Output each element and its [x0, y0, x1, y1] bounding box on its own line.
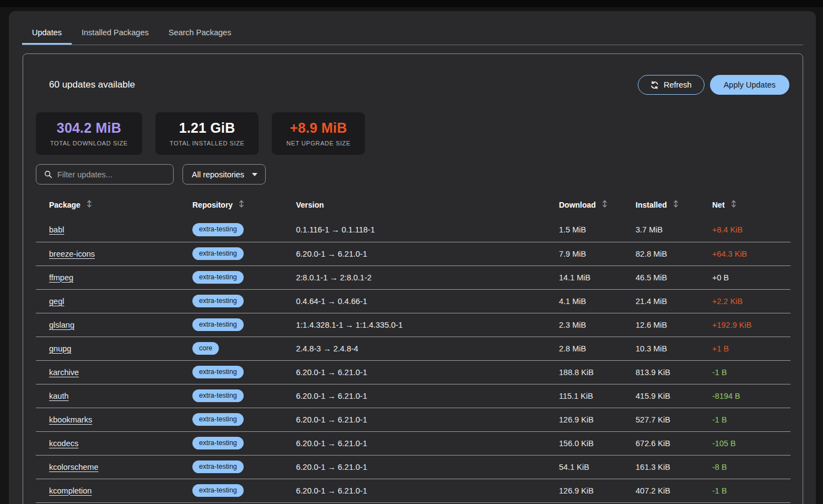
cell-net: +1 B: [712, 344, 729, 353]
updates-count-title: 60 updates available: [49, 79, 135, 90]
cell-version: 6.20.0-1 → 6.21.0-1: [296, 415, 367, 424]
column-header-package[interactable]: Package: [36, 198, 192, 218]
cell-download: 54.1 KiB: [559, 463, 589, 472]
column-header-download[interactable]: Download: [559, 198, 636, 218]
tab-search-packages[interactable]: Search Packages: [159, 21, 241, 45]
repository-badge: core: [192, 342, 219, 355]
package-link[interactable]: babl: [49, 225, 64, 234]
repository-filter-dropdown[interactable]: All repositories: [182, 164, 266, 185]
cell-version: 6.20.0-1 → 6.21.0-1: [296, 250, 367, 258]
repository-badge: extra-testing: [192, 223, 244, 236]
stat-total-installed-label: TOTAL INSTALLED SIZE: [170, 140, 245, 147]
updates-table-body: bablextra-testing0.1.116-1 → 0.1.118-11.…: [36, 218, 790, 502]
repository-badge: extra-testing: [192, 437, 244, 450]
cell-net: -8 B: [712, 463, 727, 472]
package-link[interactable]: kauth: [49, 392, 68, 400]
table-row: karchiveextra-testing6.20.0-1 → 6.21.0-1…: [36, 360, 790, 384]
cell-net: +2.2 KiB: [712, 297, 743, 306]
column-header-download-label: Download: [559, 200, 596, 209]
refresh-button[interactable]: Refresh: [638, 75, 704, 95]
cell-download: 126.9 KiB: [559, 415, 594, 424]
table-row: kbookmarksextra-testing6.20.0-1 → 6.21.0…: [36, 408, 790, 431]
tab-installed-packages-label: Installed Packages: [82, 28, 149, 37]
cell-net: -1 B: [712, 486, 727, 495]
package-link[interactable]: kcodecs: [49, 439, 78, 448]
chevron-down-icon: [252, 173, 257, 176]
repository-badge: extra-testing: [192, 318, 244, 332]
stat-net-upgrade-value: +8.9 MiB: [290, 120, 347, 136]
cell-version: 6.20.0-1 → 6.21.0-1: [296, 392, 367, 400]
cell-installed: 415.9 KiB: [636, 392, 670, 400]
sort-icon: [87, 200, 92, 209]
cell-download: 2.8 MiB: [559, 344, 586, 353]
column-header-repository[interactable]: Repository: [192, 198, 296, 218]
column-header-net-label: Net: [712, 200, 725, 209]
cell-installed: 407.2 KiB: [636, 486, 670, 495]
cell-version: 6.20.0-1 → 6.21.0-1: [296, 463, 367, 472]
column-header-version-label: Version: [296, 200, 324, 209]
cell-version: 0.1.116-1 → 0.1.118-1: [296, 225, 375, 234]
cell-download: 7.9 MiB: [559, 250, 586, 258]
cell-version: 6.20.0-1 → 6.21.0-1: [296, 486, 367, 495]
package-link[interactable]: gegl: [49, 297, 64, 306]
column-header-repository-label: Repository: [192, 200, 233, 209]
card-header: 60 updates available Refresh Apply Updat…: [23, 54, 803, 95]
repository-badge: extra-testing: [192, 271, 244, 284]
package-link[interactable]: kcolorscheme: [49, 463, 98, 472]
cell-net: -1 B: [712, 415, 727, 424]
cell-installed: 12.6 MiB: [636, 321, 667, 329]
tab-installed-packages[interactable]: Installed Packages: [72, 21, 159, 45]
package-link[interactable]: ffmpeg: [49, 273, 73, 282]
top-bar: [0, 0, 823, 7]
cell-net: -105 B: [712, 439, 736, 448]
stat-net-upgrade-size: +8.9 MiB NET UPGRADE SIZE: [272, 112, 364, 155]
apply-updates-button[interactable]: Apply Updates: [710, 75, 789, 95]
cell-net: -8194 B: [712, 392, 740, 400]
package-link[interactable]: kbookmarks: [49, 415, 92, 424]
header-actions: Refresh Apply Updates: [638, 75, 789, 95]
cell-installed: 672.6 KiB: [636, 439, 670, 448]
package-link[interactable]: karchive: [49, 368, 79, 377]
package-link[interactable]: glslang: [49, 321, 74, 329]
repository-badge: extra-testing: [192, 389, 244, 403]
stats-row: 304.2 MiB TOTAL DOWNLOAD SIZE 1.21 GiB T…: [36, 112, 803, 155]
repository-badge: extra-testing: [192, 460, 244, 474]
package-link[interactable]: gnupg: [49, 344, 71, 353]
cell-installed: 527.7 KiB: [636, 415, 670, 424]
cell-installed: 813.9 KiB: [636, 368, 670, 377]
sort-icon: [239, 200, 244, 209]
cell-version: 2:8.0.1-1 → 2:8.0.1-2: [296, 273, 372, 282]
stat-total-download-label: TOTAL DOWNLOAD SIZE: [50, 140, 128, 147]
cell-net: +192.9 KiB: [712, 321, 751, 329]
tab-bar: Updates Installed Packages Search Packag…: [22, 22, 803, 45]
refresh-icon: [650, 81, 659, 89]
tab-updates[interactable]: Updates: [22, 21, 72, 45]
stat-net-upgrade-label: NET UPGRADE SIZE: [286, 140, 350, 147]
cell-version: 2.4.8-3 → 2.4.8-4: [296, 344, 358, 353]
cell-download: 115.1 KiB: [559, 392, 593, 400]
table-row: breeze-iconsextra-testing6.20.0-1 → 6.21…: [36, 242, 790, 265]
cell-download: 4.1 MiB: [559, 297, 586, 306]
filter-input[interactable]: [57, 170, 166, 179]
repository-badge: extra-testing: [192, 247, 244, 261]
filter-input-wrapper: [36, 164, 174, 185]
cell-version: 6.20.0-1 → 6.21.0-1: [296, 439, 367, 448]
cell-download: 2.3 MiB: [559, 321, 586, 329]
tab-updates-label: Updates: [32, 28, 62, 37]
stat-total-installed-value: 1.21 GiB: [179, 120, 235, 136]
package-link[interactable]: kcompletion: [49, 486, 92, 495]
cell-installed: 21.4 MiB: [636, 297, 667, 306]
updates-table: Package Repository Version Download Inst…: [36, 198, 790, 503]
cell-installed: 10.3 MiB: [636, 344, 667, 353]
table-row: geglextra-testing0.4.64-1 → 0.4.66-14.1 …: [36, 289, 790, 313]
cell-net: +64.3 KiB: [712, 250, 747, 258]
column-header-net[interactable]: Net: [712, 198, 790, 218]
sort-icon: [731, 200, 736, 209]
package-link[interactable]: breeze-icons: [49, 250, 95, 258]
filter-row: All repositories: [36, 164, 803, 185]
repository-filter-value: All repositories: [192, 170, 244, 179]
cell-download: 126.9 KiB: [559, 486, 594, 495]
column-header-installed[interactable]: Installed: [636, 198, 712, 218]
table-row: kcodecsextra-testing6.20.0-1 → 6.21.0-11…: [36, 431, 790, 455]
refresh-button-label: Refresh: [664, 80, 692, 89]
